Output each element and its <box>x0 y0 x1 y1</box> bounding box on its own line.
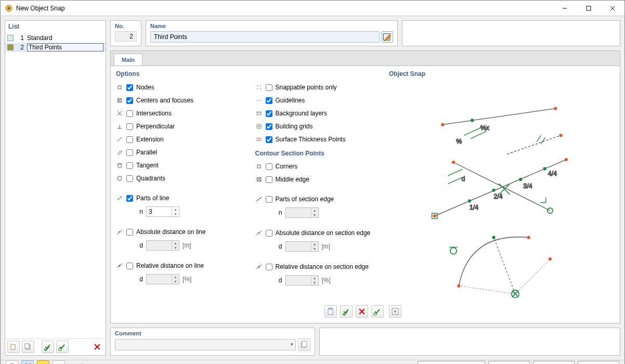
bg-layers-label: Background layers <box>276 110 327 117</box>
svg-rect-14 <box>118 86 121 89</box>
new-button[interactable] <box>7 341 20 353</box>
parallel-checkbox[interactable] <box>126 149 133 156</box>
svg-line-66 <box>435 160 566 216</box>
parts-sec-n-spinner: ▲▼ <box>285 207 319 218</box>
tangent-checkbox[interactable] <box>126 162 133 169</box>
ok-set-active-button[interactable]: OK and Set Active <box>418 361 485 364</box>
minimize-button[interactable] <box>553 1 577 16</box>
middle-edge-checkbox[interactable] <box>266 176 272 183</box>
guidelines-checkbox[interactable] <box>266 97 272 104</box>
abs-dist-line-checkbox[interactable] <box>126 229 133 236</box>
comment-combobox[interactable]: ▾ <box>115 339 296 350</box>
abs-d-label: d <box>137 242 143 249</box>
check-all-button[interactable] <box>42 341 54 353</box>
abs-sec-unit: [m] <box>322 243 331 250</box>
list-header: List <box>5 21 106 32</box>
svg-point-1 <box>8 7 10 9</box>
svg-point-61 <box>471 119 474 122</box>
perpendicular-glyph-icon <box>116 123 123 129</box>
corners-checkbox[interactable] <box>266 163 272 170</box>
rename-button[interactable] <box>382 31 393 43</box>
parallel-glyph-icon <box>116 149 123 155</box>
clear-button[interactable] <box>356 305 368 318</box>
svg-point-78 <box>543 167 546 170</box>
comment-library-button[interactable] <box>298 339 310 351</box>
abs-dist-section-checkbox[interactable] <box>266 230 272 237</box>
maximize-button[interactable] <box>577 1 601 16</box>
tab-main[interactable]: Main <box>114 54 142 66</box>
reset-button[interactable] <box>371 305 384 318</box>
tangent-glyph-icon <box>116 162 123 168</box>
parts-section-glyph-icon <box>255 196 263 202</box>
apply-button[interactable]: Apply <box>578 361 619 364</box>
snappable-checkbox[interactable] <box>266 84 272 91</box>
options-header: Options <box>116 70 384 77</box>
window-title: New Object Snap <box>16 5 553 12</box>
svg-text:%: % <box>456 138 462 145</box>
centers-checkbox[interactable] <box>126 97 133 104</box>
extension-checkbox[interactable] <box>126 136 133 143</box>
parts-of-line-label: Parts of line <box>136 194 169 202</box>
svg-point-68 <box>433 214 436 217</box>
svg-line-21 <box>118 150 121 154</box>
rel-dist-line-checkbox[interactable] <box>126 263 133 269</box>
abs-section-glyph-icon <box>255 230 263 236</box>
surface-thick-checkbox[interactable] <box>266 136 272 143</box>
name-input[interactable]: Third Points <box>150 31 380 43</box>
script-button[interactable] <box>76 360 89 364</box>
parts-line-glyph-icon <box>116 195 123 201</box>
bg-layers-checkbox[interactable] <box>266 110 272 117</box>
comment-blank-area <box>319 328 620 356</box>
svg-point-33 <box>257 85 258 86</box>
nodes-label: Nodes <box>136 84 154 91</box>
svg-line-46 <box>256 197 262 201</box>
svg-text:,00: ,00 <box>27 362 32 364</box>
svg-line-58 <box>442 109 555 125</box>
parts-section-checkbox[interactable] <box>266 196 272 203</box>
svg-line-22 <box>119 151 122 155</box>
svg-point-97 <box>394 310 396 313</box>
svg-text:3/4: 3/4 <box>523 183 532 190</box>
quadrants-checkbox[interactable] <box>126 175 133 182</box>
list-item[interactable]: 2 Third Points <box>5 43 106 52</box>
list-item-name: Standard <box>27 34 103 42</box>
grids-checkbox[interactable] <box>266 123 272 130</box>
checkall-button[interactable] <box>340 305 353 318</box>
app-icon <box>5 4 13 12</box>
ok-button[interactable]: OK <box>488 361 530 364</box>
rel-d-label: d <box>137 276 143 283</box>
axes-button[interactable] <box>53 360 65 364</box>
abs-dist-section-label: Absolute distance on section edge <box>276 229 371 237</box>
preview-header-blank <box>402 20 620 46</box>
intersections-checkbox[interactable] <box>126 110 133 117</box>
svg-point-25 <box>118 176 122 180</box>
parts-n-spinner[interactable]: 3▲▼ <box>146 206 179 217</box>
toggle-checks-button[interactable] <box>56 341 69 353</box>
color-button[interactable] <box>37 360 49 364</box>
list-item[interactable]: 1 Standard <box>5 33 106 43</box>
parts-of-line-checkbox[interactable] <box>126 195 133 202</box>
intersections-label: Intersections <box>136 110 172 117</box>
svg-point-48 <box>259 198 261 199</box>
preview-header: Object Snap <box>389 70 615 77</box>
svg-rect-6 <box>11 345 15 349</box>
copy-button[interactable] <box>22 341 34 353</box>
preview-settings-button[interactable] <box>389 305 401 318</box>
units-button[interactable]: 0,00 <box>21 360 34 364</box>
nodes-checkbox[interactable] <box>126 84 133 91</box>
perpendicular-checkbox[interactable] <box>126 123 133 130</box>
cancel-button[interactable]: Cancel <box>533 361 575 364</box>
rel-dist-section-checkbox[interactable] <box>266 264 272 270</box>
svg-rect-38 <box>257 112 261 115</box>
clipboard-button[interactable] <box>324 305 337 318</box>
grids-glyph-icon <box>255 123 263 129</box>
svg-point-50 <box>258 232 259 234</box>
parts-n-label: n <box>137 208 143 215</box>
svg-point-91 <box>450 248 457 254</box>
svg-line-51 <box>256 265 262 269</box>
svg-line-26 <box>117 196 122 200</box>
help-button[interactable] <box>6 360 18 364</box>
delete-button[interactable] <box>91 341 103 353</box>
close-button[interactable] <box>601 1 624 16</box>
svg-point-71 <box>548 208 553 213</box>
